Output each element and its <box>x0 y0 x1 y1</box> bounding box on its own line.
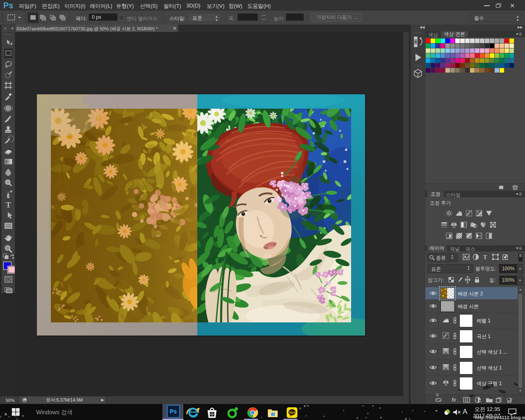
svg-text:T: T <box>483 254 487 260</box>
svg-text:»: » <box>4 26 6 30</box>
svg-text:T: T <box>6 201 11 209</box>
svg-text:✕: ✕ <box>11 27 14 30</box>
